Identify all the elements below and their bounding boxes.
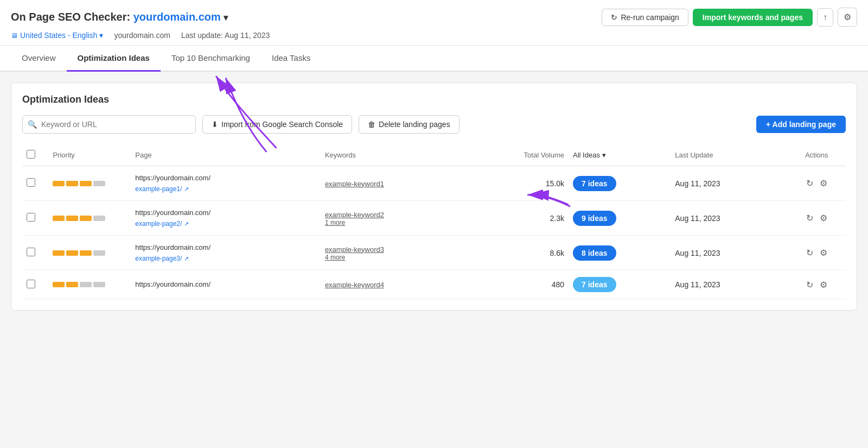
ideas-badge[interactable]: 7 ideas	[573, 277, 616, 292]
row-checkbox[interactable]	[27, 248, 35, 256]
delete-label: Delete landing pages	[379, 120, 450, 129]
header-top: On Page SEO Checker: yourdomain.com ▾ ↻ …	[11, 8, 857, 27]
toolbar: 🔍 ⬇ Import from Google Search Console 🗑 …	[22, 115, 846, 134]
ideas-badge[interactable]: 7 ideas	[573, 176, 616, 191]
row-volume-cell: 8.6k	[481, 236, 569, 270]
page-url: https://yourdomain.com/example-page3/ ↗	[135, 242, 316, 263]
import-gsc-label: Import from Google Search Console	[221, 120, 343, 129]
tab-overview[interactable]: Overview	[11, 46, 67, 72]
domain-display: yourdomain.com	[114, 31, 170, 40]
keyword-link[interactable]: example-keyword4	[325, 281, 384, 289]
location-label: United States - English	[20, 31, 97, 40]
header: On Page SEO Checker: yourdomain.com ▾ ↻ …	[0, 0, 868, 46]
table-header-row: Priority Page Keywords Total Volume All …	[22, 144, 846, 166]
table-row: https://yourdomain.com/example-page1/ ↗ …	[22, 166, 846, 201]
row-ideas-cell: 9 ideas	[569, 201, 671, 236]
priority-bar-yellow	[53, 216, 65, 221]
row-actions-cell: ↻ ⚙	[787, 166, 846, 201]
priority-bar-gray	[93, 250, 105, 256]
table-row: https://yourdomain.com/example-page3/ ↗ …	[22, 236, 846, 270]
page-url-link[interactable]: example-page1/ ↗	[135, 185, 188, 193]
row-lastupdate-cell: Aug 11, 2023	[671, 166, 787, 201]
row-checkbox-cell	[22, 201, 48, 236]
priority-bar-gray	[93, 282, 105, 287]
row-checkbox[interactable]	[27, 178, 35, 187]
card-title: Optimization Ideas	[22, 94, 846, 105]
rerun-button[interactable]: ↻ Re-run campaign	[602, 9, 688, 26]
keywords-more-link[interactable]: 4 more	[325, 254, 477, 261]
tab-top10[interactable]: Top 10 Benchmarking	[161, 46, 261, 72]
priority-bar-yellow	[80, 181, 92, 186]
title-prefix: On Page SEO Checker:	[11, 11, 133, 23]
import-gsc-button[interactable]: ⬇ Import from Google Search Console	[202, 115, 352, 134]
rerun-row-button[interactable]: ↻	[804, 176, 815, 191]
row-page-cell: https://yourdomain.com/example-page3/ ↗	[131, 236, 321, 270]
location-button[interactable]: 🖥 United States - English ▾	[11, 31, 103, 40]
row-keywords-cell: example-keyword4	[321, 270, 481, 299]
external-link-icon: ↗	[184, 220, 189, 227]
row-ideas-cell: 7 ideas	[569, 166, 671, 201]
row-ideas-cell: 8 ideas	[569, 236, 671, 270]
col-header-ideas: All Ideas ▾	[569, 144, 671, 166]
import-keywords-button[interactable]: Import keywords and pages	[693, 9, 813, 26]
row-lastupdate-cell: Aug 11, 2023	[671, 270, 787, 299]
rerun-row-button[interactable]: ↻	[804, 245, 815, 260]
select-all-checkbox[interactable]	[27, 150, 35, 159]
col-header-volume: Total Volume	[481, 144, 569, 166]
col-header-check	[22, 144, 48, 166]
search-input[interactable]	[22, 115, 196, 134]
page-url-link[interactable]: example-page2/ ↗	[135, 220, 188, 228]
domain-link[interactable]: yourdomain.com	[133, 11, 221, 23]
priority-bar-gray	[93, 181, 105, 186]
keyword-link[interactable]: example-keyword3	[325, 245, 384, 254]
row-volume-cell: 2.3k	[481, 201, 569, 236]
delete-landing-pages-button[interactable]: 🗑 Delete landing pages	[359, 115, 459, 134]
row-checkbox[interactable]	[27, 213, 35, 222]
row-priority-cell	[48, 270, 131, 299]
page-url-link[interactable]: example-page3/ ↗	[135, 255, 188, 262]
table-row: https://yourdomain.com/ example-keyword4…	[22, 270, 846, 299]
keyword-link[interactable]: example-keyword2	[325, 211, 384, 219]
keyword-link[interactable]: example-keyword1	[325, 180, 384, 188]
row-page-cell: https://yourdomain.com/example-page1/ ↗	[131, 166, 321, 201]
rerun-row-button[interactable]: ↻	[804, 211, 815, 225]
tab-bar: Overview Optimization Ideas Top 10 Bench…	[0, 46, 868, 72]
settings-row-button[interactable]: ⚙	[818, 245, 829, 260]
priority-bar-gray	[93, 216, 105, 221]
settings-row-button[interactable]: ⚙	[818, 211, 829, 225]
ideas-badge[interactable]: 9 ideas	[573, 211, 616, 226]
all-ideas-filter-button[interactable]: All Ideas ▾	[573, 151, 606, 159]
external-link-icon: ↗	[184, 186, 189, 192]
all-ideas-chevron: ▾	[602, 151, 606, 159]
search-icon: 🔍	[28, 120, 37, 129]
page-title: On Page SEO Checker: yourdomain.com ▾	[11, 11, 228, 23]
add-landing-page-button[interactable]: + Add landing page	[756, 116, 846, 133]
settings-row-button[interactable]: ⚙	[818, 277, 829, 292]
keywords-more-link[interactable]: 1 more	[325, 219, 477, 226]
row-priority-cell	[48, 201, 131, 236]
row-keywords-cell: example-keyword34 more	[321, 236, 481, 270]
page-url: https://yourdomain.com/example-page1/ ↗	[135, 173, 316, 194]
row-checkbox[interactable]	[27, 280, 35, 288]
rerun-row-button[interactable]: ↻	[804, 277, 815, 292]
priority-bar-yellow	[53, 250, 65, 256]
ideas-table: Priority Page Keywords Total Volume All …	[22, 144, 846, 299]
domain-chevron[interactable]: ▾	[224, 13, 228, 22]
ideas-badge[interactable]: 8 ideas	[573, 245, 616, 261]
settings-button[interactable]: ⚙	[838, 8, 857, 27]
page-url: https://yourdomain.com/example-page2/ ↗	[135, 207, 316, 229]
row-volume-cell: 480	[481, 270, 569, 299]
priority-bar-yellow	[66, 181, 78, 186]
rerun-icon: ↻	[611, 13, 617, 22]
tab-optimization-ideas[interactable]: Optimization Ideas	[67, 46, 161, 72]
export-button[interactable]: ↑	[817, 8, 833, 27]
priority-bar-yellow	[53, 282, 65, 287]
tab-idea-tasks[interactable]: Idea Tasks	[261, 46, 321, 72]
last-update: Last update: Aug 11, 2023	[181, 31, 270, 40]
export-icon: ↑	[823, 12, 827, 22]
location-chevron: ▾	[99, 31, 103, 40]
col-header-actions: Actions	[787, 144, 846, 166]
gear-icon: ⚙	[844, 12, 851, 22]
settings-row-button[interactable]: ⚙	[818, 176, 829, 191]
row-priority-cell	[48, 166, 131, 201]
